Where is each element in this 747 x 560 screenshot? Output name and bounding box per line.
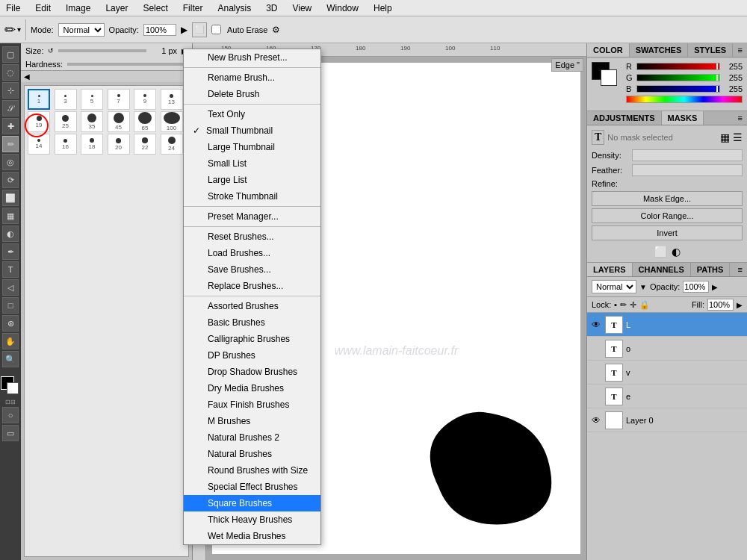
mask-add-icon[interactable]: ▦ <box>720 131 730 143</box>
menu-item-rename-brush...[interactable]: Rename Brush... <box>184 69 320 86</box>
invert-btn[interactable]: Invert <box>592 225 743 240</box>
pencil-tool-icon[interactable]: ✏ <box>4 23 16 37</box>
menu-help[interactable]: Help <box>371 1 395 15</box>
layer-visibility-icon-0[interactable]: 👁 <box>590 319 602 331</box>
menu-item-small-thumbnail[interactable]: ✓Small Thumbnail <box>184 122 320 139</box>
menu-3d[interactable]: 3D <box>263 1 280 15</box>
brush-cell-1[interactable]: 3 <box>55 89 77 110</box>
tool-text[interactable]: T <box>2 261 19 278</box>
layer-visibility-icon-4[interactable]: 👁 <box>590 414 602 426</box>
menu-item-reset-brushes...[interactable]: Reset Brushes... <box>184 228 320 245</box>
layer-row-3[interactable]: Te <box>587 385 747 408</box>
adj-panel-close[interactable]: ≡ <box>734 111 747 125</box>
brush-cell-3[interactable]: 7 <box>108 89 130 110</box>
fill-arrow-icon[interactable]: ▶ <box>737 301 743 309</box>
brush-cell-6[interactable]: 19 <box>28 111 50 132</box>
menu-item-large-list[interactable]: Large List <box>184 172 320 188</box>
layer-row-0[interactable]: 👁TL <box>587 313 747 337</box>
menu-item-small-list[interactable]: Small List <box>184 155 320 172</box>
brush-cell-13[interactable]: 16 <box>55 134 77 155</box>
color-panel-close[interactable]: ≡ <box>734 43 747 57</box>
brush-cell-7[interactable]: 25 <box>55 111 77 132</box>
layer-visibility-icon-2[interactable] <box>590 367 602 379</box>
lock-image-icon[interactable]: ✏ <box>620 300 627 310</box>
brush-cell-12[interactable]: 14 <box>28 134 50 155</box>
tab-paths[interactable]: PATHS <box>691 263 731 276</box>
menu-analysis[interactable]: Analysis <box>214 1 254 15</box>
tool-screenmode[interactable]: ▭ <box>2 425 19 441</box>
brush-cell-5[interactable]: 13 <box>161 89 183 110</box>
brush-cell-0[interactable]: 1 <box>28 89 50 110</box>
tool-3d-orbit[interactable]: ⊛ <box>2 315 19 332</box>
menu-item-large-thumbnail[interactable]: Large Thumbnail <box>184 139 320 155</box>
menu-item-m-brushes[interactable]: M Brushes <box>184 413 320 429</box>
brush-cell-10[interactable]: 65 <box>134 111 156 132</box>
layer-visibility-icon-1[interactable] <box>590 343 602 355</box>
menu-item-load-brushes...[interactable]: Load Brushes... <box>184 245 320 261</box>
opacity-input[interactable] <box>143 24 176 36</box>
tool-dodge[interactable]: ◐ <box>2 225 19 242</box>
tab-swatches[interactable]: SWATCHES <box>630 43 689 57</box>
tool-quickmask[interactable]: ○ <box>2 407 19 423</box>
layer-row-1[interactable]: To <box>587 337 747 361</box>
brush-cell-4[interactable]: 9 <box>134 89 156 110</box>
color-spectrum[interactable] <box>626 96 743 103</box>
menu-item-dp-brushes[interactable]: DP Brushes <box>184 347 320 364</box>
menu-item-preset-manager...[interactable]: Preset Manager... <box>184 208 320 225</box>
size-refresh-icon[interactable]: ↺ <box>48 47 54 55</box>
b-slider[interactable] <box>636 85 720 93</box>
mask-options-icon[interactable]: ☰ <box>733 131 743 143</box>
menu-view[interactable]: View <box>289 1 314 15</box>
menu-file[interactable]: File <box>3 1 23 15</box>
menu-item-natural-brushes[interactable]: Natural Brushes <box>184 446 320 462</box>
feather-input[interactable] <box>632 164 743 176</box>
brush-cell-11[interactable]: 100 <box>161 111 183 132</box>
layer-row-4[interactable]: 👁Layer 0 <box>587 408 747 432</box>
tool-brush[interactable]: ✏ <box>2 136 19 152</box>
tool-history[interactable]: ⟳ <box>2 172 19 188</box>
background-swatch[interactable] <box>601 69 617 86</box>
brush-cell-16[interactable]: 22 <box>134 134 156 155</box>
mode-select[interactable]: Normal <box>58 23 105 37</box>
color-range-btn[interactable]: Color Range... <box>592 208 743 223</box>
menu-item-drop-shadow-brushes[interactable]: Drop Shadow Brushes <box>184 364 320 380</box>
menu-item-special-effect-brushes[interactable]: Special Effect Brushes <box>184 479 320 495</box>
layer-row-2[interactable]: Tv <box>587 361 747 385</box>
menu-item-dry-media-brushes[interactable]: Dry Media Brushes <box>184 380 320 396</box>
menu-layer[interactable]: Layer <box>102 1 131 15</box>
tool-selection[interactable]: ▢ <box>2 46 19 63</box>
opacity-input[interactable] <box>683 281 709 293</box>
lock-all-icon[interactable]: 🔒 <box>639 300 650 310</box>
hardness-slider[interactable] <box>67 63 187 66</box>
menu-filter[interactable]: Filter <box>180 1 206 15</box>
mask-edge-btn[interactable]: Mask Edge... <box>592 191 743 206</box>
menu-image[interactable]: Image <box>63 1 93 15</box>
menu-item-replace-brushes...[interactable]: Replace Brushes... <box>184 278 320 294</box>
brush-cell-15[interactable]: 20 <box>108 134 130 155</box>
tool-shape[interactable]: □ <box>2 297 19 314</box>
menu-item-basic-brushes[interactable]: Basic Brushes <box>184 314 320 331</box>
brush-cell-8[interactable]: 35 <box>81 111 103 132</box>
menu-select[interactable]: Select <box>140 1 170 15</box>
color-swatches[interactable] <box>592 62 622 89</box>
mask-icon-1[interactable]: ⬜ <box>654 246 667 258</box>
menu-item-assorted-brushes[interactable]: Assorted Brushes <box>184 298 320 314</box>
fill-input[interactable] <box>707 299 734 311</box>
menu-window[interactable]: Window <box>323 1 362 15</box>
tool-eraser[interactable]: ⬜ <box>2 190 19 206</box>
opacity-arrow-icon[interactable]: ▶ <box>181 25 187 35</box>
lock-transparent-icon[interactable]: ▪ <box>614 300 617 309</box>
menu-item-square-brushes[interactable]: Square Brushes <box>184 495 320 511</box>
auto-erase-checkbox[interactable] <box>211 25 221 34</box>
menu-item-faux-finish-brushes[interactable]: Faux Finish Brushes <box>184 396 320 413</box>
layers-panel-close[interactable]: ≡ <box>734 263 747 276</box>
brush-cell-17[interactable]: 24 <box>161 134 183 155</box>
tab-adjustments[interactable]: ADJUSTMENTS <box>587 111 662 125</box>
mask-icon-2[interactable]: ◐ <box>672 246 681 258</box>
menu-edit[interactable]: Edit <box>32 1 54 15</box>
tool-zoom[interactable]: 🔍 <box>2 351 19 367</box>
tool-eyedropper[interactable]: 𝒮 <box>2 100 19 116</box>
settings-icon[interactable]: ⚙ <box>272 25 280 35</box>
tab-color[interactable]: COLOR <box>587 43 630 57</box>
menu-item-delete-brush[interactable]: Delete Brush <box>184 86 320 102</box>
